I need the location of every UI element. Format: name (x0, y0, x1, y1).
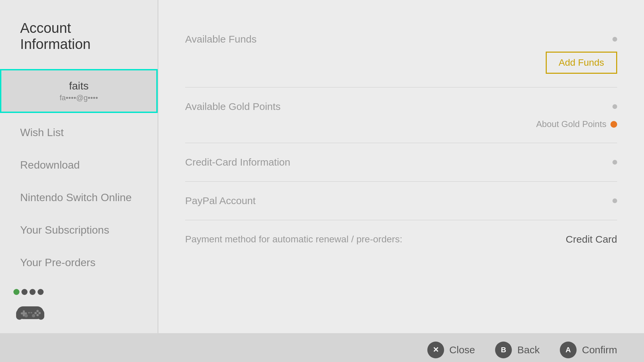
svg-rect-1 (16, 310, 23, 320)
confirm-label: Confirm (582, 344, 617, 356)
sidebar-bottom (0, 279, 158, 333)
content-area: Available Funds Add Funds Available Gold… (158, 0, 644, 333)
a-button[interactable]: A (560, 342, 577, 358)
close-label: Close (449, 344, 475, 356)
available-gold-points-dot (612, 104, 617, 109)
dot-2 (21, 289, 28, 295)
payment-method-section: Payment method for automatic renewal / p… (185, 220, 617, 258)
sidebar-title: Account Information (0, 20, 158, 69)
svg-point-9 (24, 314, 28, 317)
paypal-label: PayPal Account (185, 195, 256, 206)
sidebar-item-wish-list[interactable]: Wish List (0, 116, 158, 149)
dot-4 (38, 289, 44, 295)
sidebar-profile[interactable]: faits fa••••@g•••• (0, 69, 158, 113)
available-gold-points-header: Available Gold Points (185, 101, 617, 112)
x-button[interactable]: ✕ (427, 342, 444, 358)
svg-point-7 (35, 312, 37, 314)
orange-dot-icon (610, 121, 617, 128)
back-action[interactable]: B Back (495, 342, 540, 358)
available-gold-points-section: Available Gold Points About Gold Points (185, 87, 617, 143)
svg-point-10 (32, 314, 35, 317)
available-funds-dot (612, 37, 617, 42)
paypal-dot (612, 198, 617, 203)
credit-card-label: Credit-Card Information (185, 157, 290, 168)
controller-wrapper (13, 289, 47, 323)
profile-email: fa••••@g•••• (15, 94, 143, 102)
svg-point-6 (39, 312, 41, 314)
add-funds-button[interactable]: Add Funds (546, 52, 617, 74)
available-funds-header: Available Funds (185, 34, 617, 45)
payment-method-label: Payment method for automatic renewal / p… (185, 234, 402, 245)
sidebar-item-your-subscriptions[interactable]: Your Subscriptions (0, 214, 158, 246)
payment-method-value: Credit Card (566, 234, 617, 245)
sidebar: Account Information faits fa••••@g•••• W… (0, 0, 158, 333)
svg-rect-12 (31, 312, 32, 313)
available-funds-label: Available Funds (185, 34, 257, 45)
a-button-label: A (566, 346, 571, 354)
credit-card-dot (612, 160, 617, 165)
back-label: Back (517, 344, 540, 356)
sidebar-item-nintendo-switch-online[interactable]: Nintendo Switch Online (0, 181, 158, 214)
dots-indicator (13, 289, 47, 295)
paypal-header: PayPal Account (185, 195, 617, 206)
available-funds-section: Available Funds Add Funds (185, 20, 617, 87)
dot-3 (30, 289, 36, 295)
close-action[interactable]: ✕ Close (427, 342, 475, 358)
svg-point-8 (37, 314, 39, 316)
credit-card-header: Credit-Card Information (185, 157, 617, 168)
main-layout: Account Information faits fa••••@g•••• W… (0, 0, 644, 333)
sidebar-nav: Wish List Redownload Nintendo Switch Onl… (0, 116, 158, 279)
about-gold-points-link[interactable]: About Gold Points (536, 119, 606, 129)
b-button-label: B (501, 346, 506, 354)
bottom-bar: ✕ Close B Back A Confirm (0, 333, 644, 362)
gold-points-bottom: About Gold Points (185, 119, 617, 129)
profile-name: faits (15, 80, 143, 92)
svg-point-5 (37, 310, 39, 312)
x-button-label: ✕ (433, 346, 439, 354)
paypal-section: PayPal Account (185, 182, 617, 220)
credit-card-section: Credit-Card Information (185, 143, 617, 182)
controller-icon (13, 300, 47, 323)
available-gold-points-label: Available Gold Points (185, 101, 281, 112)
svg-rect-11 (28, 312, 30, 313)
confirm-action[interactable]: A Confirm (560, 342, 617, 358)
b-button[interactable]: B (495, 342, 512, 358)
dot-1 (13, 289, 19, 295)
sidebar-item-redownload[interactable]: Redownload (0, 149, 158, 181)
available-funds-row: Add Funds (185, 52, 617, 74)
sidebar-item-your-preorders[interactable]: Your Pre-orders (0, 246, 158, 279)
